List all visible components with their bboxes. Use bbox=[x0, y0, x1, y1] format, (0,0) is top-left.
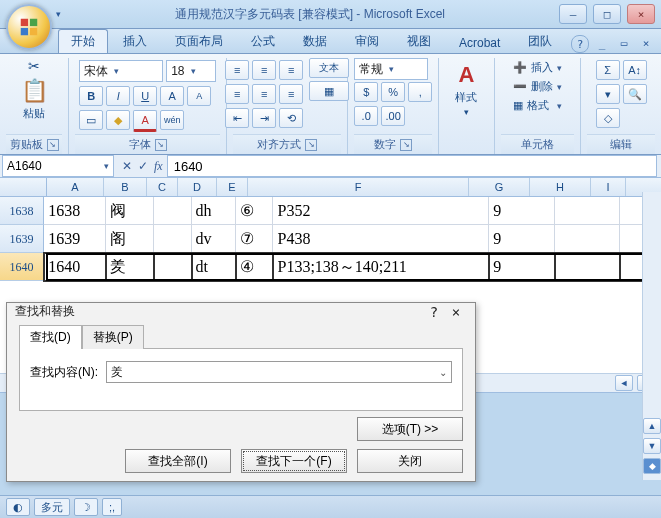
enter-icon[interactable]: ✓ bbox=[138, 159, 148, 173]
office-button[interactable] bbox=[6, 4, 52, 50]
shrink-font-button[interactable]: A bbox=[187, 86, 211, 106]
find-content-input[interactable]: 羑⌄ bbox=[106, 361, 452, 383]
close-dialog-button[interactable]: 关闭 bbox=[357, 449, 463, 473]
bold-button[interactable]: B bbox=[79, 86, 103, 106]
close-button[interactable]: × bbox=[627, 4, 655, 24]
delete-button[interactable]: ➖删除▾ bbox=[509, 77, 566, 96]
font-dialog-launcher[interactable]: ↘ bbox=[155, 139, 167, 151]
name-box[interactable]: A1640▾ bbox=[2, 155, 114, 177]
scroll-down-icon[interactable]: ▼ bbox=[643, 438, 661, 454]
tab-data[interactable]: 数据 bbox=[290, 29, 340, 53]
ime-indicator[interactable]: 多元 bbox=[34, 498, 70, 516]
number-format-combo[interactable]: 常规▾ bbox=[354, 58, 428, 80]
indent-dec-button[interactable]: ⇤ bbox=[225, 108, 249, 128]
number-dialog-launcher[interactable]: ↘ bbox=[400, 139, 412, 151]
moon-icon[interactable]: ☽ bbox=[74, 498, 98, 516]
status-extra[interactable]: ;, bbox=[102, 498, 122, 516]
doc-restore[interactable]: ▭ bbox=[615, 35, 633, 51]
align-left-button[interactable]: ≡ bbox=[225, 84, 249, 104]
tab-view[interactable]: 视图 bbox=[394, 29, 444, 53]
col-header-h[interactable]: H bbox=[530, 178, 591, 196]
percent-button[interactable]: % bbox=[381, 82, 405, 102]
align-right-button[interactable]: ≡ bbox=[279, 84, 303, 104]
cancel-icon[interactable]: ✕ bbox=[122, 159, 132, 173]
indent-inc-button[interactable]: ⇥ bbox=[252, 108, 276, 128]
tab-team[interactable]: 团队 bbox=[515, 29, 565, 53]
align-dialog-launcher[interactable]: ↘ bbox=[305, 139, 317, 151]
underline-button[interactable]: U bbox=[133, 86, 157, 106]
col-header-c[interactable]: C bbox=[147, 178, 178, 196]
font-size-combo[interactable]: 18▾ bbox=[166, 60, 216, 82]
styles-button[interactable]: A 样式 ▾ bbox=[449, 58, 483, 121]
col-header-d[interactable]: D bbox=[178, 178, 217, 196]
scroll-up-icon[interactable]: ▲ bbox=[643, 418, 661, 434]
clear-button[interactable]: ◇ bbox=[596, 108, 620, 128]
find-next-button[interactable]: 查找下一个(F) bbox=[241, 449, 347, 473]
tab-replace[interactable]: 替换(P) bbox=[82, 325, 144, 349]
scroll-mode-icon[interactable]: ◆ bbox=[643, 458, 661, 474]
font-name-combo[interactable]: 宋体▾ bbox=[79, 60, 163, 82]
svg-rect-3 bbox=[30, 28, 37, 35]
fill-button[interactable]: ▾ bbox=[596, 84, 620, 104]
scroll-left-icon[interactable]: ◄ bbox=[615, 375, 633, 391]
fx-icon[interactable]: fx bbox=[154, 159, 163, 174]
find-button[interactable]: 🔍 bbox=[623, 84, 647, 104]
col-header-b[interactable]: B bbox=[104, 178, 147, 196]
font-color-button[interactable]: A bbox=[133, 110, 157, 132]
currency-button[interactable]: $ bbox=[354, 82, 378, 102]
table-row[interactable]: 1639 1639 阁 dv ⑦ P438 9 bbox=[0, 225, 661, 253]
col-header-e[interactable]: E bbox=[217, 178, 248, 196]
phonetic-button[interactable]: wén bbox=[160, 110, 184, 130]
doc-close[interactable]: × bbox=[637, 35, 655, 51]
tab-insert[interactable]: 插入 bbox=[110, 29, 160, 53]
select-all-corner[interactable] bbox=[0, 178, 47, 196]
minimize-button[interactable]: — bbox=[559, 4, 587, 24]
italic-button[interactable]: I bbox=[106, 86, 130, 106]
sort-button[interactable]: A↕ bbox=[623, 60, 647, 80]
fill-color-button[interactable]: ◆ bbox=[106, 110, 130, 130]
col-header-i[interactable]: I bbox=[591, 178, 626, 196]
globe-icon[interactable]: ◐ bbox=[6, 498, 30, 516]
group-font-label: 字体 bbox=[129, 137, 151, 152]
dialog-help-button[interactable]: ? bbox=[423, 304, 445, 320]
tab-acrobat[interactable]: Acrobat bbox=[446, 32, 513, 53]
tab-formulas[interactable]: 公式 bbox=[238, 29, 288, 53]
vertical-scrollbar[interactable]: ▲ ▼ ◆ bbox=[642, 192, 661, 480]
maximize-button[interactable]: □ bbox=[593, 4, 621, 24]
help-button[interactable]: ? bbox=[571, 35, 589, 53]
tab-pagelayout[interactable]: 页面布局 bbox=[162, 29, 236, 53]
dec-dec-button[interactable]: .00 bbox=[381, 106, 405, 126]
insert-button[interactable]: ➕插入▾ bbox=[509, 58, 566, 77]
options-button[interactable]: 选项(T) >> bbox=[357, 417, 463, 441]
dialog-close-button[interactable]: × bbox=[445, 304, 467, 320]
wrap-text-button[interactable]: 文本 bbox=[309, 58, 349, 78]
dec-inc-button[interactable]: .0 bbox=[354, 106, 378, 126]
tab-find[interactable]: 查找(D) bbox=[19, 325, 82, 349]
table-row-selected[interactable]: 1640 1640 羑 dt ④ P133;138～140;211 9 5 bbox=[0, 253, 661, 281]
insert-icon: ➕ bbox=[513, 61, 527, 74]
formula-bar[interactable]: 1640 bbox=[167, 155, 657, 177]
tab-review[interactable]: 审阅 bbox=[342, 29, 392, 53]
doc-minimize[interactable]: _ bbox=[593, 35, 611, 51]
paste-button[interactable]: 📋 粘贴 bbox=[15, 74, 54, 125]
align-bottom-button[interactable]: ≡ bbox=[279, 60, 303, 80]
clipboard-dialog-launcher[interactable]: ↘ bbox=[47, 139, 59, 151]
orientation-button[interactable]: ⟲ bbox=[279, 108, 303, 128]
col-header-a[interactable]: A bbox=[47, 178, 104, 196]
format-button[interactable]: ▦格式▾ bbox=[509, 96, 566, 115]
ribbon-tabs: 开始 插入 页面布局 公式 数据 审阅 视图 Acrobat 团队 ? _ ▭ … bbox=[0, 29, 661, 54]
tab-home[interactable]: 开始 bbox=[58, 29, 108, 53]
align-middle-button[interactable]: ≡ bbox=[252, 60, 276, 80]
cut-icon[interactable]: ✂ bbox=[28, 58, 40, 74]
grow-font-button[interactable]: A bbox=[160, 86, 184, 106]
autosum-button[interactable]: Σ bbox=[596, 60, 620, 80]
col-header-f[interactable]: F bbox=[248, 178, 469, 196]
comma-button[interactable]: , bbox=[408, 82, 432, 102]
align-center-button[interactable]: ≡ bbox=[252, 84, 276, 104]
find-all-button[interactable]: 查找全部(I) bbox=[125, 449, 231, 473]
align-top-button[interactable]: ≡ bbox=[225, 60, 249, 80]
table-row[interactable]: 1638 1638 阀 dh ⑥ P352 9 bbox=[0, 197, 661, 225]
border-button[interactable]: ▭ bbox=[79, 110, 103, 130]
col-header-g[interactable]: G bbox=[469, 178, 530, 196]
merge-button[interactable]: ▦ bbox=[309, 81, 349, 101]
